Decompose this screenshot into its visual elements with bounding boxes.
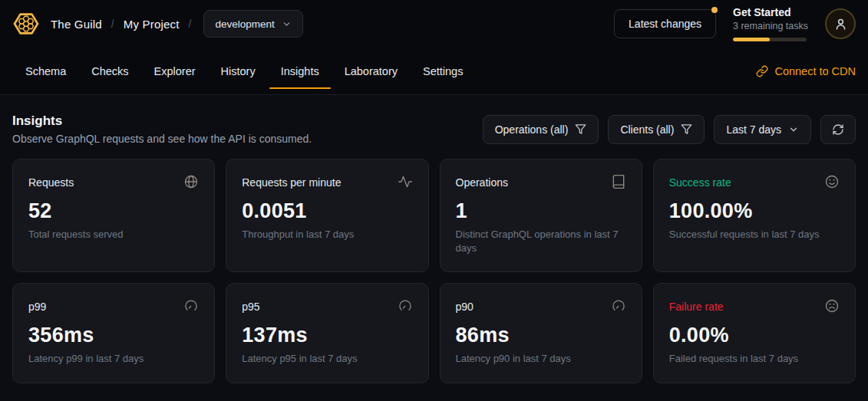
stat-card-title: p90 (456, 298, 474, 313)
breadcrumb-separator: / (189, 18, 192, 30)
tab-checks[interactable]: Checks (80, 48, 140, 94)
stat-card-value: 137ms (242, 324, 412, 347)
stat-card-subtitle: Successful requests in last 7 days (669, 228, 840, 242)
stat-card-title: Success rate (669, 174, 731, 189)
gauge-icon (183, 298, 199, 317)
stat-card-subtitle: Total requests served (28, 228, 199, 242)
refresh-icon (832, 123, 844, 136)
stat-card-header: p95 (242, 298, 412, 317)
user-icon (833, 17, 848, 31)
stat-card: Requests per minute0.0051Throughput in l… (226, 159, 428, 272)
gauge-icon (398, 298, 413, 317)
chevron-down-icon (788, 124, 799, 135)
stat-card-title: Operations (456, 174, 508, 189)
period-label: Last 7 days (726, 123, 781, 136)
app-header: The Guild / My Project / development Lat… (0, 0, 868, 48)
clients-filter-label: Clients (all) (620, 123, 674, 136)
filters-toolbar: Operations (all) Clients (all) Last 7 da… (483, 115, 856, 144)
connect-to-cdn-link[interactable]: Connect to CDN (756, 48, 856, 94)
tab-label: Explorer (154, 65, 196, 77)
stat-card-header: p90 (456, 298, 626, 317)
latest-changes-button[interactable]: Latest changes (614, 9, 716, 38)
stat-card-value: 0.00% (669, 324, 840, 347)
stats-grid-row1: Requests52Total requests servedRequests … (12, 159, 856, 272)
tab-settings[interactable]: Settings (411, 48, 474, 94)
stat-card-subtitle: Failed requests in last 7 days (669, 352, 840, 366)
tab-label: Insights (281, 65, 319, 77)
stat-card-value: 100.00% (669, 199, 840, 223)
tab-label: Laboratory (345, 65, 398, 77)
stat-card-title: p99 (28, 298, 46, 313)
stat-card-value: 0.0051 (242, 199, 412, 223)
stat-card-subtitle: Latency p99 in last 7 days (28, 352, 199, 366)
tab-history[interactable]: History (210, 48, 267, 94)
environment-selector[interactable]: development (203, 10, 302, 38)
stat-card-subtitle: Latency p90 in last 7 days (456, 352, 626, 366)
stat-card-value: 1 (456, 199, 626, 223)
stat-card-title: Failure rate (669, 298, 724, 313)
stat-card: p9086msLatency p90 in last 7 days (440, 283, 642, 383)
gauge-icon (611, 298, 626, 317)
tab-laboratory[interactable]: Laboratory (333, 48, 409, 94)
project-nav: SchemaChecksExplorerHistoryInsightsLabor… (0, 48, 868, 95)
frown-icon (824, 298, 840, 317)
operations-filter-label: Operations (all) (495, 123, 569, 136)
breadcrumb-org[interactable]: The Guild (51, 18, 102, 31)
stat-card-value: 52 (28, 199, 199, 223)
stats-grid-row2: p99356msLatency p99 in last 7 daysp95137… (12, 283, 856, 383)
breadcrumb: The Guild / My Project / development (12, 10, 303, 38)
refresh-button[interactable] (820, 115, 856, 144)
breadcrumb-separator: / (111, 18, 114, 30)
stat-card-header: Success rate (669, 174, 840, 192)
globe-icon (183, 174, 199, 192)
stat-card-header: Requests per minute (242, 174, 412, 192)
page-subtitle: Observe GraphQL requests and see how the… (12, 133, 312, 145)
activity-icon (398, 174, 413, 192)
nav-tabs: SchemaChecksExplorerHistoryInsightsLabor… (14, 48, 474, 94)
tab-label: Settings (423, 65, 463, 77)
stat-card: Operations1Distinct GraphQL operations i… (440, 159, 642, 272)
get-started-progress-bar (733, 38, 807, 41)
period-selector-button[interactable]: Last 7 days (714, 115, 811, 144)
smile-icon (824, 174, 840, 192)
stat-card: p99356msLatency p99 in last 7 days (12, 283, 215, 383)
stat-card-value: 356ms (28, 324, 199, 347)
tab-schema[interactable]: Schema (14, 48, 78, 94)
stat-card-header: Requests (28, 174, 199, 192)
stat-card-header: p99 (28, 298, 199, 317)
get-started-widget[interactable]: Get Started 3 remaining tasks (733, 6, 808, 41)
tab-insights[interactable]: Insights (269, 48, 331, 94)
stat-card-title: Requests per minute (242, 174, 341, 189)
stat-card: Requests52Total requests served (12, 159, 215, 272)
chevron-down-icon (282, 19, 292, 29)
book-icon (611, 174, 626, 192)
clients-filter-button[interactable]: Clients (all) (608, 115, 705, 144)
insights-header: Insights Observe GraphQL requests and se… (0, 95, 868, 159)
notification-dot (711, 7, 718, 13)
stat-card-subtitle: Distinct GraphQL operations in last 7 da… (456, 228, 626, 255)
stat-card: Success rate100.00%Successful requests i… (653, 159, 856, 272)
stat-card-title: Requests (28, 174, 74, 189)
tab-explorer[interactable]: Explorer (143, 48, 207, 94)
stat-card-header: Failure rate (669, 298, 840, 317)
tab-label: History (221, 65, 256, 77)
hive-logo-icon[interactable] (12, 10, 40, 38)
user-avatar[interactable] (825, 8, 856, 39)
tab-label: Checks (91, 65, 128, 77)
filter-icon (681, 123, 692, 135)
tab-label: Schema (25, 65, 66, 77)
stat-card-title: p95 (242, 298, 259, 313)
stat-card: p95137msLatency p95 in last 7 days (226, 283, 428, 383)
stat-card-header: Operations (456, 174, 626, 192)
get-started-title: Get Started (733, 6, 808, 20)
stat-card-subtitle: Throughput in last 7 days (242, 228, 412, 242)
environment-label: development (215, 18, 274, 30)
breadcrumb-project[interactable]: My Project (124, 18, 180, 31)
connect-to-cdn-label: Connect to CDN (774, 65, 856, 77)
operations-filter-button[interactable]: Operations (all) (483, 115, 599, 144)
get-started-subtitle: 3 remaining tasks (733, 21, 808, 33)
stat-card: Failure rate0.00%Failed requests in last… (653, 283, 856, 383)
stat-card-value: 86ms (456, 324, 626, 347)
link-icon (756, 65, 768, 77)
page-title: Insights (12, 113, 312, 129)
